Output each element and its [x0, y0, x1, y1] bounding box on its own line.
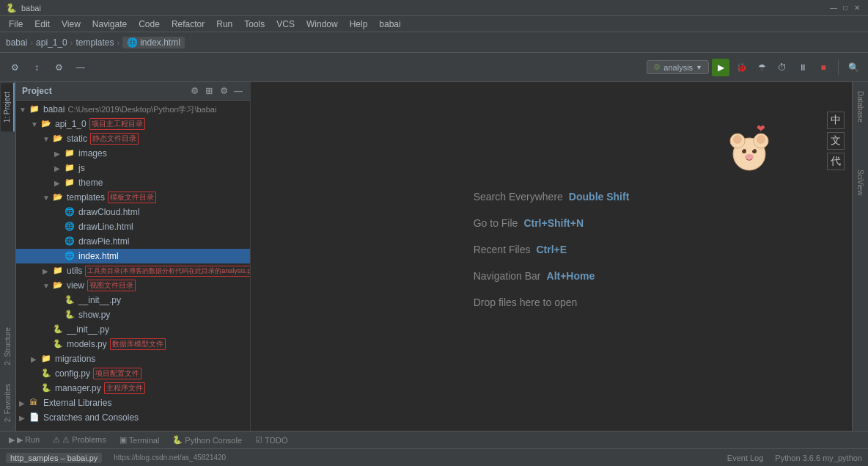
tree-label-index: index.html — [78, 251, 119, 261]
bottom-tab-problems[interactable]: ⚠ ⚠ Problems — [47, 434, 112, 446]
tree-label-drawPie: drawPie.html — [78, 236, 129, 247]
menu-item-window[interactable]: Window — [301, 18, 344, 31]
menu-item-vcs[interactable]: VCS — [271, 18, 301, 31]
project-close-btn[interactable]: — — [232, 85, 244, 97]
breadcrumb-babai[interactable]: babai — [6, 37, 27, 48]
tree-item-view[interactable]: ▼ 📂 view 视图文件目录 — [16, 278, 250, 293]
svg-point-10 — [742, 149, 743, 150]
toolbar-minimize-btn[interactable]: — — [72, 59, 89, 76]
breadcrumb-label: index.html — [140, 37, 180, 48]
tree-item-models[interactable]: ▶ 🐍 models.py 数据库模型文件 — [16, 337, 250, 352]
bottom-tab-terminal[interactable]: ▣ Terminal — [114, 434, 166, 446]
todo-tab-label: TODO — [265, 436, 288, 445]
sidebar-item-project[interactable]: 1: Project — [1, 82, 15, 131]
project-tree: ▼ 📁 babai C:\Users\2019\Desktop\Python学习… — [16, 101, 250, 431]
project-gear-btn[interactable]: ⚙ — [218, 85, 229, 97]
run-button[interactable]: ▶ — [712, 59, 729, 76]
status-bottom-info: http_samples – babai.py — [6, 453, 102, 463]
tree-item-root[interactable]: ▼ 📁 babai C:\Users\2019\Desktop\Python学习… — [16, 102, 250, 117]
right-tab-sciview[interactable]: SciView — [854, 161, 867, 204]
toolbar-settings-btn[interactable]: ⚙ — [6, 59, 23, 76]
shortcut-label-nav: Navigation Bar — [474, 270, 541, 282]
toolbar-sync-btn[interactable]: ↕ — [28, 59, 45, 76]
title-bar-left: 🐍 babai — [6, 3, 41, 13]
tree-label-scratches: Scratches and Consoles — [43, 412, 139, 423]
tree-item-manager[interactable]: ▶ 🐍 manager.py 主程序文件 — [16, 381, 250, 396]
shortcut-key-recent: Ctrl+E — [537, 244, 567, 255]
html-file-icon: 🌐 — [127, 37, 138, 48]
python-console-icon: 🐍 — [172, 435, 183, 445]
tree-item-static[interactable]: ▼ 📂 static 静态文件目录 — [16, 131, 250, 146]
sidebar-item-structure[interactable]: 2: Structure — [1, 318, 14, 374]
tree-item-index[interactable]: ▶ 🌐 index.html — [16, 249, 250, 263]
main-area: 1: Project 2: Structure 2: Favorites Pro… — [0, 82, 868, 431]
project-header: Project ⚙ ⊞ ⚙ — — [16, 82, 250, 101]
shortcut-key-file: Ctrl+Shift+N — [523, 217, 584, 229]
breadcrumb-api_1_0[interactable]: api_1_0 — [36, 37, 67, 48]
shortcut-list: Search Everywhere Double Shift Go to Fil… — [474, 191, 630, 323]
svg-point-8 — [745, 154, 754, 160]
project-layout-btn[interactable]: ⊞ — [203, 85, 215, 97]
tree-label-drawCloud: drawCloud.html — [78, 207, 139, 217]
tree-label-templates: templates — [67, 192, 105, 203]
menu-item-code[interactable]: Code — [133, 18, 166, 31]
menu-item-navigate[interactable]: Navigate — [87, 18, 133, 31]
tree-item-drawLine[interactable]: ▶ 🌐 drawLine.html — [16, 219, 250, 234]
tree-label-images: images — [78, 148, 107, 159]
menu-item-help[interactable]: Help — [344, 18, 374, 31]
minimize-button[interactable]: — — [828, 3, 839, 13]
toolbar-config-btn[interactable]: ⚙ — [50, 59, 67, 76]
menu-item-babai[interactable]: babai — [373, 18, 406, 31]
close-button[interactable]: ✕ — [852, 3, 862, 13]
menu-item-file[interactable]: File — [3, 18, 29, 31]
bottom-tab-todo[interactable]: ☑ TODO — [249, 434, 294, 446]
tree-item-api_1_0[interactable]: ▼ 📂 api_1_0 项目主工程目录 — [16, 117, 250, 131]
tree-annotation-manager: 主程序文件 — [104, 382, 145, 394]
menu-item-run[interactable]: Run — [210, 18, 238, 31]
tree-item-drawPie[interactable]: ▶ 🌐 drawPie.html — [16, 234, 250, 249]
tree-item-init-view[interactable]: ▶ 🐍 __init__.py — [16, 293, 250, 307]
tree-item-migrations[interactable]: ▶ 📁 migrations — [16, 352, 250, 366]
tree-item-show[interactable]: ▶ 🐍 show.py — [16, 307, 250, 322]
tree-annotation-templates: 模板文件目录 — [108, 192, 156, 203]
stop-button[interactable]: ■ — [814, 59, 832, 76]
tree-item-theme[interactable]: ▶ 📁 theme — [16, 175, 250, 190]
breadcrumb-templates[interactable]: templates — [76, 37, 114, 48]
tree-item-drawCloud[interactable]: ▶ 🌐 drawCloud.html — [16, 205, 250, 219]
debug-button[interactable]: 🐞 — [732, 59, 750, 76]
tree-item-utils[interactable]: ▶ 📁 utils 工具类目录(本博客的数据分析代码在此目录的analysis.… — [16, 263, 250, 278]
right-tab-database[interactable]: Database — [854, 82, 867, 131]
tree-label-migrations: migrations — [55, 354, 95, 364]
tree-root-path: C:\Users\2019\Desktop\Python学习\babai — [67, 104, 216, 115]
tree-item-ext-libs[interactable]: ▶ 🏛 External Libraries — [16, 396, 250, 410]
run-tab-label: ▶ Run — [17, 435, 40, 445]
tree-item-js[interactable]: ▶ 📁 js — [16, 161, 250, 175]
maximize-button[interactable]: □ — [840, 3, 850, 13]
svg-point-4 — [757, 135, 765, 144]
coverage-button[interactable]: ☂ — [753, 59, 770, 76]
todo-icon: ☑ — [255, 435, 262, 445]
run-config-selector[interactable]: ⚙ analysis ▼ — [647, 60, 709, 74]
bottom-tab-run[interactable]: ▶ ▶ Run — [3, 434, 45, 446]
bear-decoration: ❤ — [720, 119, 779, 178]
menu-item-view[interactable]: View — [56, 18, 87, 31]
pause-button[interactable]: ⏸ — [794, 59, 812, 76]
breadcrumb-active-index.html[interactable]: 🌐index.html — [122, 37, 185, 48]
menu-bar: FileEditViewNavigateCodeRefactorRunTools… — [0, 16, 868, 32]
shortcut-label-drop: Drop files here to open — [474, 296, 578, 308]
project-settings-btn[interactable]: ⚙ — [188, 85, 200, 97]
profile-button[interactable]: ⏱ — [773, 59, 791, 76]
menu-item-edit[interactable]: Edit — [29, 18, 56, 31]
tree-item-scratches[interactable]: ▶ 📄 Scratches and Consoles — [16, 410, 250, 425]
search-button[interactable]: 🔍 — [845, 59, 862, 76]
tree-item-init[interactable]: ▶ 🐍 __init__.py — [16, 322, 250, 337]
tree-item-images[interactable]: ▶ 📁 images — [16, 146, 250, 161]
menu-item-tools[interactable]: Tools — [238, 18, 271, 31]
sidebar-item-favorites[interactable]: 2: Favorites — [1, 374, 14, 431]
bottom-tab-python-console[interactable]: 🐍 Python Console — [166, 434, 248, 446]
status-bar-right: Event Log Python 3.6.6 my_python — [727, 454, 862, 462]
status-event-log[interactable]: Event Log — [727, 454, 764, 462]
menu-item-refactor[interactable]: Refactor — [166, 18, 210, 31]
tree-item-config[interactable]: ▶ 🐍 config.py 项目配置文件 — [16, 366, 250, 381]
tree-item-templates[interactable]: ▼ 📂 templates 模板文件目录 — [16, 190, 250, 205]
